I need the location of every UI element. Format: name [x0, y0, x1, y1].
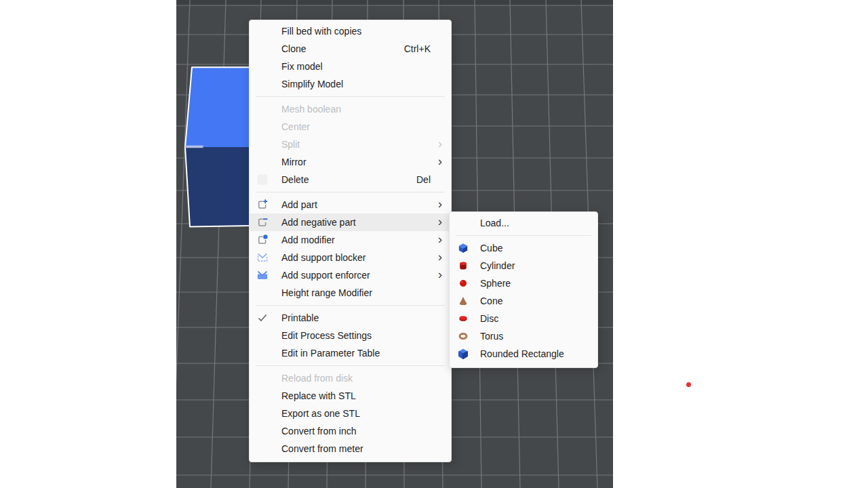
- menu-item-rounded-rectangle[interactable]: Rounded Rectangle: [450, 345, 597, 363]
- menu-separator: [250, 93, 451, 100]
- check-icon: [256, 312, 269, 324]
- menu-item-label: Add modifier: [281, 235, 335, 245]
- menu-item-delete[interactable]: DeleteDel: [250, 171, 451, 188]
- menu-shortcut: Del: [416, 174, 431, 185]
- menu-item-height-range-modifier[interactable]: Height range Modifier: [250, 284, 451, 302]
- menu-item-label: Simplify Model: [281, 79, 343, 89]
- chevron-right-icon: ›: [438, 250, 442, 263]
- menu-item-label: Sphere: [480, 278, 511, 289]
- menu-item-sphere[interactable]: Sphere: [450, 274, 597, 292]
- menu-item-fill-bed-with-copies[interactable]: Fill bed with copies: [250, 22, 451, 40]
- menu-separator: [250, 362, 451, 369]
- menu-item-convert-from-meter[interactable]: Convert from meter: [250, 440, 451, 458]
- chevron-right-icon: ›: [438, 232, 442, 245]
- torus-icon: [458, 331, 469, 342]
- menu-item-add-support-enforcer[interactable]: Add support enforcer›: [250, 266, 451, 284]
- chevron-right-icon: ›: [438, 155, 442, 167]
- menu-shortcut: Ctrl+K: [404, 43, 431, 54]
- menu-item-cube[interactable]: Cube: [450, 239, 597, 257]
- menu-item-label: Edit in Parameter Table: [281, 348, 380, 359]
- menu-item-label: Center: [281, 121, 310, 132]
- menu-item-printable[interactable]: Printable: [250, 309, 451, 327]
- cylinder-icon: [458, 260, 469, 271]
- menu-item-convert-from-inch[interactable]: Convert from inch: [250, 422, 451, 440]
- menu-item-label: Convert from meter: [281, 443, 363, 454]
- menu-item-replace-with-stl[interactable]: Replace with STL: [250, 387, 451, 405]
- menu-item-label: Disc: [480, 313, 498, 324]
- chevron-right-icon: ›: [438, 137, 442, 150]
- menu-item-mirror[interactable]: Mirror›: [250, 153, 451, 171]
- menu-item-edit-process-settings[interactable]: Edit Process Settings: [250, 327, 451, 344]
- rounded-rectangle-icon: [458, 348, 469, 359]
- disc-icon: [458, 313, 469, 324]
- support-blocker-icon: [256, 251, 269, 264]
- menu-item-simplify-model[interactable]: Simplify Model: [250, 75, 451, 93]
- menu-item-cone[interactable]: Cone: [450, 292, 597, 310]
- menu-item-label: Add support blocker: [281, 252, 366, 263]
- menu-item-label: Delete: [281, 174, 309, 185]
- menu-separator: [250, 188, 451, 196]
- menu-item-label: Cone: [480, 296, 502, 306]
- menu-item-label: Printable: [281, 312, 319, 323]
- add-part-icon: [256, 199, 269, 211]
- menu-item-add-modifier[interactable]: Add modifier›: [250, 231, 451, 249]
- menu-item-label: Fix model: [281, 61, 323, 72]
- menu-item-disc[interactable]: Disc: [450, 310, 597, 327]
- cube-icon: [458, 243, 469, 253]
- menu-item-label: Edit Process Settings: [281, 330, 372, 341]
- pointer-dot: [686, 382, 691, 387]
- menu-item-label: Torus: [480, 331, 503, 342]
- menu-item-add-part[interactable]: Add part›: [250, 196, 451, 214]
- sphere-icon: [458, 278, 469, 289]
- menu-item-load[interactable]: Load...: [450, 214, 597, 232]
- menu-item-label: Cylinder: [480, 260, 515, 271]
- menu-item-reload-from-disk[interactable]: Reload from disk: [250, 369, 451, 387]
- chevron-right-icon: ›: [438, 215, 442, 228]
- menu-separator: [250, 302, 451, 309]
- add-negative-part-submenu: Load...CubeCylinderSphereConeDiscTorusRo…: [449, 211, 598, 368]
- menu-item-label: Export as one STL: [281, 408, 360, 419]
- menu-item-add-support-blocker[interactable]: Add support blocker›: [250, 249, 451, 266]
- menu-item-export-as-one-stl[interactable]: Export as one STL: [250, 405, 451, 422]
- menu-item-label: Split: [281, 139, 300, 150]
- menu-item-label: Mirror: [281, 157, 307, 167]
- chevron-right-icon: ›: [438, 268, 442, 281]
- menu-item-clone[interactable]: CloneCtrl+K: [250, 40, 451, 58]
- menu-item-fix-model[interactable]: Fix model: [250, 58, 451, 75]
- menu-item-torus[interactable]: Torus: [450, 327, 597, 345]
- menu-item-mesh-boolean[interactable]: Mesh boolean: [250, 100, 451, 118]
- menu-separator: [450, 232, 597, 239]
- cone-icon: [458, 296, 469, 306]
- menu-item-label: Mesh boolean: [281, 104, 341, 115]
- menu-item-label: Clone: [281, 43, 307, 54]
- menu-item-label: Convert from inch: [281, 426, 356, 436]
- menu-item-edit-in-parameter-table[interactable]: Edit in Parameter Table: [250, 344, 451, 362]
- add-modifier-icon: [256, 234, 269, 246]
- menu-item-label: Add part: [281, 199, 317, 210]
- menu-item-split[interactable]: Split›: [250, 136, 451, 153]
- menu-item-label: Add support enforcer: [281, 270, 370, 281]
- delete-faint-icon: [256, 174, 269, 186]
- menu-item-label: Fill bed with copies: [281, 26, 361, 37]
- menu-item-label: Height range Modifier: [281, 287, 372, 298]
- object-context-menu: Fill bed with copiesCloneCtrl+KFix model…: [249, 20, 452, 462]
- menu-item-label: Reload from disk: [281, 373, 353, 384]
- menu-item-label: Load...: [480, 218, 509, 228]
- chevron-right-icon: ›: [438, 197, 442, 210]
- menu-item-center[interactable]: Center: [250, 118, 451, 136]
- menu-item-label: Rounded Rectangle: [480, 348, 564, 359]
- menu-item-label: Replace with STL: [281, 390, 356, 401]
- menu-item-label: Cube: [480, 243, 502, 253]
- selected-edge-highlight: [185, 146, 203, 148]
- menu-item-label: Add negative part: [281, 217, 356, 228]
- menu-item-add-negative-part[interactable]: Add negative part›: [250, 214, 451, 231]
- menu-item-cylinder[interactable]: Cylinder: [450, 257, 597, 274]
- support-enforcer-icon: [256, 269, 269, 281]
- add-negative-part-icon: [256, 216, 269, 228]
